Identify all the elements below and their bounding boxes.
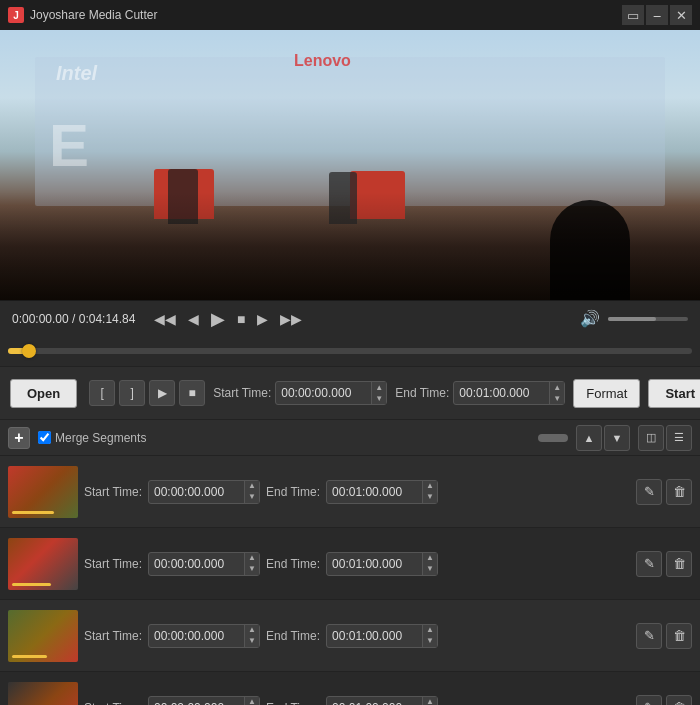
stage-letter: E <box>49 111 89 180</box>
time-display: 0:00:00.00 / 0:04:14.84 <box>12 312 142 326</box>
start-time-input[interactable] <box>276 383 371 403</box>
seek-thumb[interactable] <box>22 344 36 358</box>
seg-end-up[interactable]: ▲ <box>423 625 437 636</box>
seg-end-down[interactable]: ▼ <box>423 564 437 575</box>
seek-track[interactable] <box>8 348 692 354</box>
close-button[interactable]: ✕ <box>670 5 692 25</box>
start-time-label: Start Time: <box>213 386 271 400</box>
step-back-button[interactable]: ◀◀ <box>150 309 180 329</box>
start-time-down[interactable]: ▼ <box>372 393 386 404</box>
seg-delete-button[interactable]: 🗑 <box>666 695 692 706</box>
edit-icon-buttons: [ ] ▶ ■ <box>89 380 205 406</box>
seg-nav-up[interactable]: ▲ <box>576 425 602 451</box>
merge-checkbox[interactable] <box>38 431 51 444</box>
seg-start-up[interactable]: ▲ <box>245 481 259 492</box>
seg-start-down[interactable]: ▼ <box>245 492 259 503</box>
segment-actions: ✎ 🗑 <box>636 695 692 706</box>
seg-view-buttons: ◫ ☰ <box>638 425 692 451</box>
seg-start-spinners: ▲ ▼ <box>244 625 259 647</box>
seg-delete-button[interactable]: 🗑 <box>666 623 692 649</box>
seg-end-up[interactable]: ▲ <box>423 697 437 706</box>
seg-start-up[interactable]: ▲ <box>245 553 259 564</box>
seg-edit-button[interactable]: ✎ <box>636 551 662 577</box>
seg-nav-down[interactable]: ▼ <box>604 425 630 451</box>
seg-edit-button[interactable]: ✎ <box>636 695 662 706</box>
seg-end-up[interactable]: ▲ <box>423 481 437 492</box>
seg-start-wrap: ▲ ▼ <box>148 480 260 504</box>
segment-actions: ✎ 🗑 <box>636 479 692 505</box>
seg-end-spinners: ▲ ▼ <box>422 553 437 575</box>
seg-end-down[interactable]: ▼ <box>423 636 437 647</box>
segment-list: Start Time: ▲ ▼ End Time: ▲ ▼ <box>0 456 700 705</box>
clear-button[interactable]: ■ <box>179 380 205 406</box>
open-button[interactable]: Open <box>10 379 77 408</box>
play-button[interactable]: ▶ <box>207 306 229 332</box>
mark-in-button[interactable]: [ <box>89 380 115 406</box>
seg-end-input[interactable] <box>327 554 422 574</box>
volume-section: 🔊 <box>576 307 688 330</box>
seg-start-down[interactable]: ▼ <box>245 636 259 647</box>
thumb-image <box>8 538 78 590</box>
thumb-image <box>8 610 78 662</box>
app-title: Joyoshare Media Cutter <box>30 8 616 22</box>
frame-back-button[interactable]: ◀ <box>184 309 203 329</box>
brand-intel: Intel <box>56 62 97 85</box>
segment-start-row: Start Time: ▲ ▼ End Time: ▲ ▼ <box>84 696 630 706</box>
video-frame: Intel Lenovo E <box>0 30 700 300</box>
end-time-input-wrap: ▲ ▼ <box>453 381 565 405</box>
seg-grid-view[interactable]: ◫ <box>638 425 664 451</box>
seg-end-up[interactable]: ▲ <box>423 553 437 564</box>
title-bar: J Joyoshare Media Cutter ▭ ‒ ✕ <box>0 0 700 30</box>
frame-forward-button[interactable]: ▶ <box>253 309 272 329</box>
thumb-image <box>8 466 78 518</box>
seg-end-input[interactable] <box>327 698 422 706</box>
end-time-input[interactable] <box>454 383 549 403</box>
seg-start-down[interactable]: ▼ <box>245 564 259 575</box>
seg-end-input[interactable] <box>327 626 422 646</box>
video-player[interactable]: Intel Lenovo E <box>0 30 700 300</box>
seg-end-down[interactable]: ▼ <box>423 492 437 503</box>
add-segment-btn[interactable]: + <box>8 427 30 449</box>
seg-delete-button[interactable]: 🗑 <box>666 479 692 505</box>
seg-start-input[interactable] <box>149 554 244 574</box>
segment-start-row: Start Time: ▲ ▼ End Time: ▲ ▼ <box>84 480 630 504</box>
seg-start-input[interactable] <box>149 626 244 646</box>
seg-end-label: End Time: <box>266 485 320 499</box>
format-button[interactable]: Format <box>573 379 640 408</box>
segment-row: Start Time: ▲ ▼ End Time: ▲ ▼ <box>0 672 700 705</box>
restore-button[interactable]: ▭ <box>622 5 644 25</box>
start-button[interactable]: Start <box>648 379 700 408</box>
seg-start-up[interactable]: ▲ <box>245 697 259 706</box>
step-forward-button[interactable]: ▶▶ <box>276 309 306 329</box>
seg-start-label: Start Time: <box>84 485 142 499</box>
segment-thumbnail <box>8 610 78 662</box>
seg-start-input[interactable] <box>149 698 244 706</box>
end-time-up[interactable]: ▲ <box>550 382 564 393</box>
seg-start-spinners: ▲ ▼ <box>244 697 259 706</box>
bottom-section: + Merge Segments ▲ ▼ ◫ ☰ <box>0 420 700 705</box>
seg-end-input[interactable] <box>327 482 422 502</box>
segment-row: Start Time: ▲ ▼ End Time: ▲ ▼ <box>0 600 700 672</box>
start-time-spinners: ▲ ▼ <box>371 382 386 404</box>
edit-controls: Open [ ] ▶ ■ Start Time: ▲ ▼ End Time: ▲ <box>0 366 700 420</box>
mute-button[interactable]: 🔊 <box>576 307 604 330</box>
seg-edit-button[interactable]: ✎ <box>636 479 662 505</box>
seg-start-up[interactable]: ▲ <box>245 625 259 636</box>
seg-start-input[interactable] <box>149 482 244 502</box>
seg-end-spinners: ▲ ▼ <box>422 697 437 706</box>
end-time-down[interactable]: ▼ <box>550 393 564 404</box>
minimize-button[interactable]: ‒ <box>646 5 668 25</box>
seg-delete-button[interactable]: 🗑 <box>666 551 692 577</box>
seg-list-view[interactable]: ☰ <box>666 425 692 451</box>
segment-start-row: Start Time: ▲ ▼ End Time: ▲ ▼ <box>84 552 630 576</box>
seg-start-label: Start Time: <box>84 557 142 571</box>
seg-edit-button[interactable]: ✎ <box>636 623 662 649</box>
add-segment-button[interactable]: ▶ <box>149 380 175 406</box>
segment-actions: ✎ 🗑 <box>636 623 692 649</box>
stop-button[interactable]: ■ <box>233 309 249 329</box>
start-time-up[interactable]: ▲ <box>372 382 386 393</box>
mark-out-button[interactable]: ] <box>119 380 145 406</box>
volume-slider[interactable] <box>608 317 688 321</box>
app-icon: J <box>8 7 24 23</box>
seg-start-wrap: ▲ ▼ <box>148 552 260 576</box>
